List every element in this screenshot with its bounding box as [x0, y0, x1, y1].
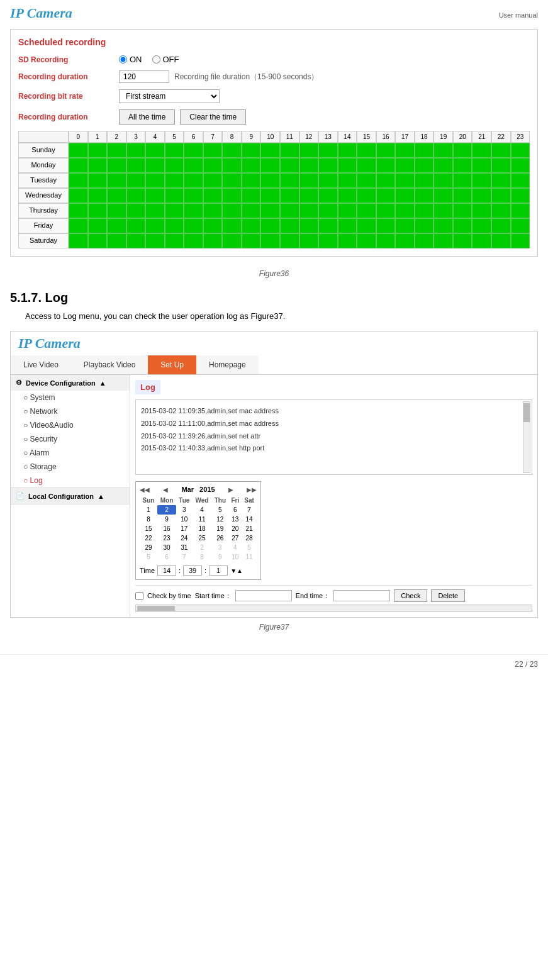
- cell-friday-11[interactable]: [280, 218, 299, 233]
- horizontal-scrollbar[interactable]: [135, 604, 532, 612]
- cell-thursday-5[interactable]: [165, 203, 184, 218]
- check-button[interactable]: Check: [394, 589, 427, 602]
- cell-thursday-4[interactable]: [145, 203, 165, 218]
- cell-saturday-19[interactable]: [433, 233, 453, 248]
- cell-sunday-8[interactable]: [222, 143, 242, 158]
- cell-friday-8[interactable]: [222, 218, 242, 233]
- cell-wednesday-9[interactable]: [242, 188, 261, 203]
- cell-sunday-20[interactable]: [453, 143, 473, 158]
- cal-day-22[interactable]: 22: [140, 533, 157, 543]
- cell-saturday-13[interactable]: [318, 233, 338, 248]
- cell-monday-19[interactable]: [433, 158, 453, 173]
- cell-wednesday-10[interactable]: [260, 188, 280, 203]
- cell-sunday-16[interactable]: [376, 143, 396, 158]
- cell-tuesday-18[interactable]: [415, 173, 434, 188]
- cal-day-30[interactable]: 30: [157, 543, 176, 552]
- cal-prev-prev[interactable]: ◀◀: [140, 486, 150, 493]
- off-radio[interactable]: OFF: [152, 55, 179, 64]
- cell-saturday-20[interactable]: [453, 233, 473, 248]
- all-time-button[interactable]: All the time: [119, 109, 175, 125]
- cell-monday-14[interactable]: [338, 158, 357, 173]
- cal-day-8[interactable]: 8: [140, 515, 157, 524]
- nav-playback-video[interactable]: Playback Video: [71, 355, 148, 374]
- cell-wednesday-20[interactable]: [453, 188, 473, 203]
- cell-wednesday-0[interactable]: [69, 188, 88, 203]
- cell-wednesday-22[interactable]: [491, 188, 511, 203]
- cell-thursday-6[interactable]: [184, 203, 203, 218]
- cell-tuesday-20[interactable]: [453, 173, 473, 188]
- cell-sunday-15[interactable]: [357, 143, 376, 158]
- cell-wednesday-4[interactable]: [145, 188, 165, 203]
- cell-sunday-10[interactable]: [260, 143, 280, 158]
- nav-live-video[interactable]: Live Video: [11, 355, 71, 374]
- cal-day-5[interactable]: 5: [211, 505, 228, 515]
- cell-tuesday-15[interactable]: [357, 173, 376, 188]
- cell-friday-23[interactable]: [511, 218, 530, 233]
- cal-day-24[interactable]: 24: [176, 533, 193, 543]
- cell-saturday-0[interactable]: [69, 233, 88, 248]
- cell-sunday-19[interactable]: [433, 143, 453, 158]
- cell-saturday-14[interactable]: [338, 233, 357, 248]
- cal-day-2[interactable]: 2: [193, 543, 211, 552]
- time-sec-input[interactable]: [209, 565, 228, 576]
- cell-friday-1[interactable]: [88, 218, 108, 233]
- cell-monday-16[interactable]: [376, 158, 396, 173]
- cell-thursday-2[interactable]: [107, 203, 126, 218]
- cell-saturday-7[interactable]: [203, 233, 223, 248]
- cal-day-8[interactable]: 8: [193, 552, 211, 562]
- cell-tuesday-21[interactable]: [472, 173, 491, 188]
- cell-friday-10[interactable]: [260, 218, 280, 233]
- cell-sunday-6[interactable]: [184, 143, 203, 158]
- cal-day-19[interactable]: 19: [211, 524, 228, 533]
- cal-day-5[interactable]: 5: [242, 543, 257, 552]
- cell-saturday-18[interactable]: [415, 233, 434, 248]
- sidebar-item-system[interactable]: ○ System: [11, 391, 130, 404]
- cell-thursday-14[interactable]: [338, 203, 357, 218]
- start-time-input[interactable]: [235, 590, 292, 601]
- cal-next[interactable]: ▶: [228, 486, 233, 493]
- cell-monday-5[interactable]: [165, 158, 184, 173]
- cal-day-1[interactable]: 1: [140, 505, 157, 515]
- cell-friday-14[interactable]: [338, 218, 357, 233]
- cell-friday-7[interactable]: [203, 218, 223, 233]
- cell-sunday-2[interactable]: [107, 143, 126, 158]
- cal-day-17[interactable]: 17: [176, 524, 193, 533]
- cell-thursday-19[interactable]: [433, 203, 453, 218]
- cell-monday-15[interactable]: [357, 158, 376, 173]
- cell-monday-9[interactable]: [242, 158, 261, 173]
- cell-saturday-8[interactable]: [222, 233, 242, 248]
- sidebar-item-storage[interactable]: ○ Storage: [11, 460, 130, 474]
- cal-day-20[interactable]: 20: [229, 524, 242, 533]
- cell-monday-4[interactable]: [145, 158, 165, 173]
- cal-day-9[interactable]: 9: [211, 552, 228, 562]
- sidebar-item-video-audio[interactable]: ○ Video&Audio: [11, 418, 130, 432]
- nav-set-up[interactable]: Set Up: [148, 355, 196, 374]
- cell-sunday-4[interactable]: [145, 143, 165, 158]
- cell-thursday-20[interactable]: [453, 203, 473, 218]
- cell-wednesday-12[interactable]: [299, 188, 319, 203]
- cell-sunday-23[interactable]: [511, 143, 530, 158]
- cell-thursday-10[interactable]: [260, 203, 280, 218]
- cell-thursday-23[interactable]: [511, 203, 530, 218]
- cell-saturday-6[interactable]: [184, 233, 203, 248]
- cal-day-10[interactable]: 10: [176, 515, 193, 524]
- cell-tuesday-8[interactable]: [222, 173, 242, 188]
- cell-sunday-17[interactable]: [395, 143, 415, 158]
- cell-friday-12[interactable]: [299, 218, 319, 233]
- end-time-input[interactable]: [333, 590, 390, 601]
- cell-tuesday-11[interactable]: [280, 173, 299, 188]
- cell-sunday-13[interactable]: [318, 143, 338, 158]
- cell-saturday-3[interactable]: [126, 233, 146, 248]
- cal-day-13[interactable]: 13: [229, 515, 242, 524]
- cell-friday-15[interactable]: [357, 218, 376, 233]
- on-radio-input[interactable]: [119, 55, 127, 64]
- cell-tuesday-4[interactable]: [145, 173, 165, 188]
- cell-friday-21[interactable]: [472, 218, 491, 233]
- cell-wednesday-7[interactable]: [203, 188, 223, 203]
- cell-wednesday-19[interactable]: [433, 188, 453, 203]
- cell-thursday-16[interactable]: [376, 203, 396, 218]
- cell-tuesday-9[interactable]: [242, 173, 261, 188]
- cell-saturday-1[interactable]: [88, 233, 108, 248]
- cell-friday-22[interactable]: [491, 218, 511, 233]
- cell-tuesday-12[interactable]: [299, 173, 319, 188]
